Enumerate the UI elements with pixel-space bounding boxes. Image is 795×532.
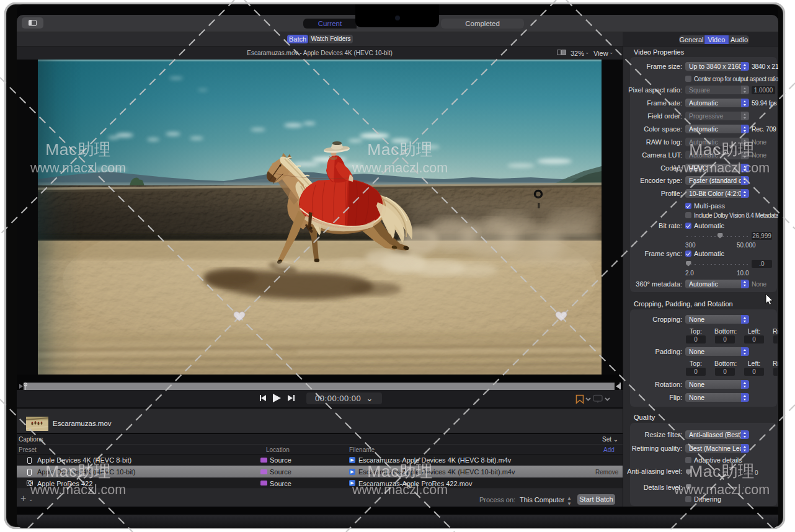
svg-text:Mac助理: Mac助理 — [367, 140, 433, 159]
svg-text:Mac助理: Mac助理 — [367, 462, 433, 481]
svg-text:www.maczl.com: www.maczl.com — [352, 482, 448, 497]
svg-text:www.maczl.com: www.maczl.com — [30, 482, 126, 497]
svg-text:www.maczl.com: www.maczl.com — [673, 161, 770, 175]
svg-text:Mac助理: Mac助理 — [689, 140, 755, 159]
svg-text:Mac助理: Mac助理 — [45, 462, 111, 481]
svg-text:Mac助理: Mac助理 — [689, 462, 755, 481]
svg-text:Mac助理: Mac助理 — [45, 140, 111, 159]
svg-text:www.maczl.com: www.maczl.com — [30, 161, 126, 175]
svg-text:www.maczl.com: www.maczl.com — [352, 161, 448, 175]
svg-text:www.maczl.com: www.maczl.com — [673, 482, 770, 497]
